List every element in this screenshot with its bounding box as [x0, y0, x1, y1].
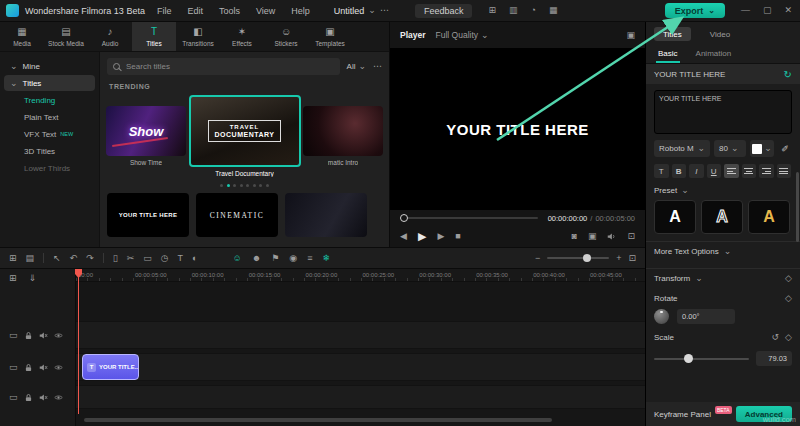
more-text-options-row[interactable]: More Text Options ⌄ — [646, 241, 800, 261]
page-dot[interactable] — [233, 184, 236, 187]
reset-icon[interactable]: ↺ — [772, 333, 780, 342]
sidebar-item-plain-text[interactable]: Plain Text — [4, 109, 95, 125]
page-dot[interactable] — [220, 184, 223, 187]
font-family-dropdown[interactable]: Roboto M ⌄ — [654, 140, 710, 157]
marker-icon[interactable]: ⚑ — [271, 254, 279, 263]
fullscreen-icon[interactable]: ⊡ — [627, 232, 635, 241]
tab-effects[interactable]: ✶ Effects — [220, 22, 264, 51]
menu-edit[interactable]: Edit — [187, 6, 203, 16]
eye-icon[interactable] — [54, 331, 63, 340]
seek-handle[interactable] — [400, 214, 408, 222]
title-thumbnail-cinematic[interactable]: CINEMATIC — [196, 193, 278, 237]
keyframe-diamond-icon[interactable]: ◇ — [785, 333, 792, 342]
preview-canvas[interactable]: YOUR TITLE HERE — [390, 48, 645, 210]
previous-frame-button[interactable]: ◀ — [400, 232, 407, 241]
align-center-button[interactable] — [742, 164, 757, 178]
rotate-value-input[interactable]: 0.00° — [677, 309, 735, 324]
emoji-icon[interactable]: ☺ — [233, 254, 242, 263]
align-right-button[interactable] — [759, 164, 774, 178]
view-options-icon[interactable]: ⋯ — [373, 62, 382, 71]
subtab-basic[interactable]: Basic — [656, 46, 680, 63]
text-style-button[interactable]: T — [654, 164, 669, 178]
snapshot-icon[interactable]: ◙ — [572, 232, 577, 241]
eyedropper-icon[interactable]: ✐ — [778, 144, 792, 154]
timeline-clip-your-title[interactable]: T YOUR TITLE... — [82, 354, 139, 380]
font-size-dropdown[interactable]: 80 ⌄ — [714, 140, 746, 157]
mute-icon[interactable] — [39, 331, 48, 340]
pagination-dots[interactable] — [107, 184, 382, 187]
lock-icon[interactable] — [24, 393, 33, 402]
delete-icon[interactable]: ▯ — [113, 254, 118, 263]
timeline-ruler[interactable]: 00:00 00:00:05:00 00:00:10:00 00:00:15:0… — [76, 269, 645, 282]
page-dot[interactable] — [259, 184, 262, 187]
menu-view[interactable]: View — [256, 6, 275, 16]
track-options-icon[interactable]: ▭ — [9, 331, 18, 340]
sidebar-group-mine[interactable]: ⌄ Mine — [4, 58, 95, 74]
eye-icon[interactable] — [54, 393, 63, 402]
pip-icon[interactable]: ▣ — [626, 31, 635, 40]
feedback-button[interactable]: Feedback — [415, 4, 473, 18]
title-thumbnail-cinematic-intro[interactable] — [303, 106, 383, 156]
page-dot-active[interactable] — [227, 184, 230, 187]
zoom-slider-handle[interactable] — [583, 254, 591, 262]
filter-dropdown[interactable]: All ⌄ — [347, 62, 366, 71]
align-left-button[interactable] — [724, 164, 739, 178]
page-dot[interactable] — [266, 184, 269, 187]
page-dot[interactable] — [246, 184, 249, 187]
project-name-dropdown[interactable]: Untitled ⌄ ⋯ — [334, 6, 389, 16]
playhead[interactable] — [78, 269, 79, 414]
rotate-knob[interactable] — [654, 309, 669, 324]
tab-video-properties[interactable]: Video — [701, 27, 739, 41]
notifications-icon[interactable]: ◔ — [530, 6, 535, 15]
next-frame-button[interactable]: ▶ — [437, 232, 444, 241]
sidebar-item-trending[interactable]: Trending — [4, 92, 95, 108]
italic-button[interactable]: I — [689, 164, 704, 178]
title-thumbnail-travel-documentary[interactable]: TRAVEL DOCUMENTARY — [189, 95, 301, 167]
search-input[interactable]: Search titles — [107, 58, 340, 75]
tab-stock-media[interactable]: ▤ Stock Media — [44, 22, 88, 51]
transform-section-row[interactable]: Transform ⌄ ◇ — [646, 268, 800, 288]
title-thumbnail-show-time[interactable]: Show — [106, 106, 186, 156]
bold-button[interactable]: B — [672, 164, 687, 178]
subtab-animation[interactable]: Animation — [694, 46, 734, 63]
track-3[interactable] — [76, 385, 645, 409]
tab-audio[interactable]: ♪ Audio — [88, 22, 132, 51]
tab-stickers[interactable]: ☺ Stickers — [264, 22, 308, 51]
text-tool-icon[interactable]: T — [178, 254, 184, 263]
scale-value-input[interactable]: 79.03 — [756, 351, 792, 366]
mixer-icon[interactable]: ≡ — [307, 254, 312, 263]
import-to-track-icon[interactable]: ⇓ — [29, 274, 37, 283]
title-text-input[interactable]: YOUR TITLE HERE — [654, 90, 792, 134]
page-dot[interactable] — [240, 184, 243, 187]
tab-titles-properties[interactable]: Titles — [654, 27, 691, 41]
quality-dropdown[interactable]: Full Quality ⌄ — [436, 30, 489, 40]
track-1[interactable] — [76, 321, 645, 349]
sidebar-group-titles[interactable]: ⌄ Titles — [4, 75, 95, 91]
title-thumbnail[interactable] — [285, 193, 367, 237]
list-view-icon[interactable]: ▤ — [26, 254, 35, 263]
project-more-icon[interactable]: ⋯ — [380, 6, 389, 15]
shortcuts-icon[interactable]: ⊞ — [488, 6, 496, 15]
preset-tile-solid[interactable]: A — [654, 200, 696, 234]
eye-icon[interactable] — [54, 363, 63, 372]
redo-icon[interactable]: ↷ — [86, 254, 94, 263]
tab-titles[interactable]: T Titles — [132, 22, 176, 51]
font-color-picker[interactable]: ⌄ — [750, 140, 774, 157]
track-options-icon[interactable]: ▭ — [9, 393, 18, 402]
pointer-tool-icon[interactable]: ↖ — [53, 254, 61, 263]
preset-tile-gold[interactable]: A — [748, 200, 790, 234]
stop-button[interactable]: ■ — [455, 232, 460, 241]
keyframe-panel-button[interactable]: Keyframe Panel — [654, 410, 711, 419]
lock-icon[interactable] — [24, 331, 33, 340]
play-button[interactable]: ▶ — [418, 231, 426, 242]
seek-bar[interactable] — [400, 217, 538, 219]
track-2[interactable] — [76, 353, 645, 381]
sidebar-item-vfx-text[interactable]: VFX Text NEW — [4, 126, 95, 142]
zoom-in-icon[interactable]: + — [616, 254, 621, 263]
zoom-out-icon[interactable]: − — [535, 254, 540, 263]
scale-slider[interactable] — [654, 358, 749, 360]
keyframe-diamond-icon[interactable]: ◇ — [785, 294, 792, 303]
scale-slider-handle[interactable] — [684, 354, 693, 363]
mute-icon[interactable] — [39, 363, 48, 372]
maximize-button[interactable]: ▢ — [763, 6, 772, 15]
